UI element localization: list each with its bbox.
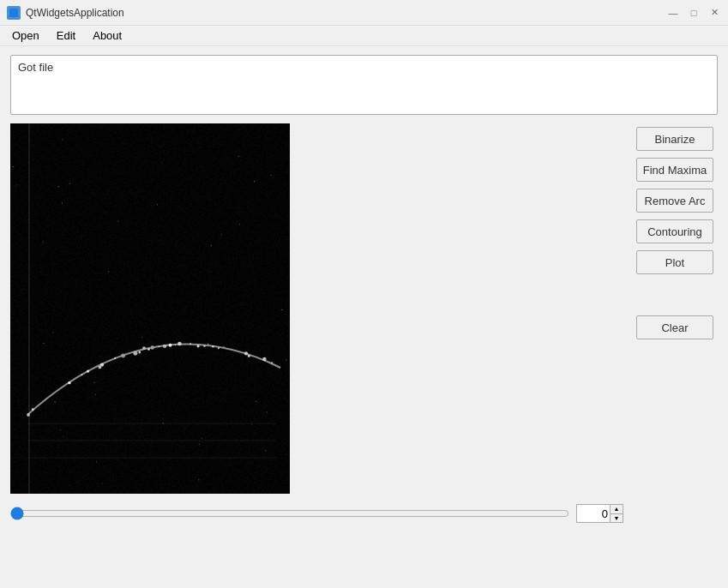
minimize-button[interactable]: — (666, 6, 680, 20)
clear-button[interactable]: Clear (636, 315, 713, 339)
title-bar: QtWidgetsApplication — □ ✕ (0, 0, 728, 26)
menu-edit[interactable]: Edit (48, 27, 84, 44)
frame-number-wrapper: ▲ ▼ (576, 504, 623, 523)
menu-open[interactable]: Open (3, 27, 48, 44)
image-area: ▲ ▼ (10, 123, 623, 523)
remove-arc-button[interactable]: Remove Arc (636, 189, 713, 213)
app-icon (7, 6, 21, 20)
close-button[interactable]: ✕ (707, 6, 721, 20)
number-spin: ▲ ▼ (610, 505, 623, 522)
contouring-button[interactable]: Contouring (636, 219, 713, 243)
window-title: QtWidgetsApplication (26, 7, 666, 19)
buttons-panel: Binarize Find Maxima Remove Arc Contouri… (632, 123, 718, 339)
frame-number-input[interactable] (577, 505, 610, 522)
content-row: ▲ ▼ Binarize Find Maxima Remove Arc Cont… (10, 123, 718, 579)
menu-about[interactable]: About (84, 27, 130, 44)
spin-down-button[interactable]: ▼ (611, 513, 623, 523)
maximize-button[interactable]: □ (687, 6, 701, 20)
log-area[interactable]: Got file (10, 55, 718, 115)
svg-rect-0 (9, 9, 18, 17)
find-maxima-button[interactable]: Find Maxima (636, 158, 713, 182)
plot-button[interactable]: Plot (636, 250, 713, 274)
main-content: Got file ▲ ▼ Binarize Find Maxima Remove… (0, 46, 728, 588)
spin-up-button[interactable]: ▲ (611, 505, 623, 513)
binarize-button[interactable]: Binarize (636, 127, 713, 151)
window-controls: — □ ✕ (666, 6, 721, 20)
frame-slider[interactable] (10, 505, 569, 522)
menu-bar: Open Edit About (0, 26, 728, 46)
image-canvas (10, 123, 290, 494)
slider-row: ▲ ▼ (10, 504, 623, 523)
